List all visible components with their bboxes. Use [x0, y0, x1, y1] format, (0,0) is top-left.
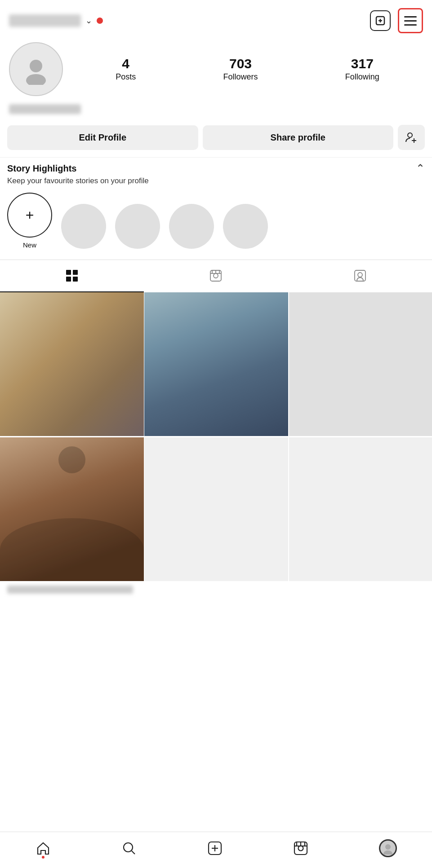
svg-point-3 [30, 60, 42, 72]
svg-rect-8 [66, 270, 71, 275]
grid-icon [65, 269, 79, 282]
caption-area [0, 581, 432, 598]
svg-point-20 [124, 843, 133, 852]
nav-profile[interactable] [379, 839, 397, 857]
highlight-circle-3 [169, 204, 214, 249]
svg-line-21 [132, 851, 135, 854]
top-bar: ⌄ [0, 0, 432, 38]
chevron-up-icon[interactable]: ⌃ [416, 162, 425, 175]
following-stat[interactable]: 317 Following [345, 57, 379, 82]
highlight-circle-4 [223, 204, 268, 249]
following-count: 317 [351, 57, 374, 70]
posts-stat[interactable]: 4 Posts [116, 57, 136, 82]
top-bar-right [370, 8, 423, 33]
username-display [9, 14, 81, 27]
photo-grid [0, 292, 432, 581]
svg-point-31 [385, 844, 391, 850]
highlight-new-circle: + [7, 193, 52, 238]
highlight-placeholder-2[interactable] [115, 204, 160, 249]
followers-label: Followers [223, 72, 258, 82]
edit-profile-button[interactable]: Edit Profile [7, 125, 198, 150]
plus-icon: + [26, 208, 34, 222]
svg-point-32 [383, 850, 392, 855]
svg-point-19 [358, 273, 362, 277]
action-buttons: Edit Profile Share profile [0, 121, 432, 157]
nav-home[interactable] [36, 841, 51, 856]
hamburger-menu-button[interactable] [398, 8, 423, 33]
tab-reels[interactable] [144, 260, 288, 292]
avatar-container[interactable] [9, 42, 63, 96]
followers-count: 703 [229, 57, 252, 70]
highlights-header: Story Highlights ⌃ [7, 162, 425, 175]
hamburger-line-3 [404, 24, 417, 26]
profile-section: 4 Posts 703 Followers 317 Following [0, 38, 432, 103]
grid-cell-3[interactable] [289, 292, 432, 436]
highlights-subtitle: Keep your favourite stories on your prof… [7, 176, 425, 185]
highlights-row: + New [7, 193, 425, 258]
bottom-nav [0, 832, 432, 868]
highlights-section: Story Highlights ⌃ Keep your favourite s… [0, 157, 432, 258]
notification-dot [97, 18, 103, 24]
caption-text-blurred [7, 586, 133, 594]
highlight-placeholder-4[interactable] [223, 204, 268, 249]
reels-icon [209, 269, 223, 282]
reels-nav-icon [293, 841, 308, 856]
highlights-title: Story Highlights [7, 163, 76, 174]
profile-name-blurred [9, 104, 81, 114]
highlight-circle-2 [115, 204, 160, 249]
nav-add[interactable] [207, 841, 223, 856]
avatar [9, 42, 63, 96]
share-profile-button[interactable]: Share profile [203, 125, 394, 150]
svg-point-4 [26, 74, 46, 85]
avatar-person-icon [20, 53, 52, 85]
search-icon [121, 841, 137, 856]
tagged-icon [353, 269, 367, 282]
profile-avatar-icon [382, 842, 394, 855]
posts-label: Posts [116, 72, 136, 82]
svg-rect-10 [66, 277, 71, 282]
add-friend-button[interactable] [398, 125, 425, 150]
following-label: Following [345, 72, 379, 82]
grid-cell-2[interactable] [144, 292, 288, 436]
svg-rect-9 [73, 270, 78, 275]
grid-cell-5[interactable] [144, 437, 288, 581]
grid-cell-6[interactable] [289, 437, 432, 581]
profile-name-area [0, 103, 432, 121]
highlight-circle-1 [61, 204, 106, 249]
nav-search[interactable] [121, 841, 137, 856]
chevron-down-icon[interactable]: ⌄ [85, 16, 92, 26]
hamburger-line-1 [404, 16, 417, 18]
hamburger-line-2 [404, 20, 417, 22]
highlight-new[interactable]: + New [7, 193, 52, 249]
tab-tagged[interactable] [288, 260, 432, 292]
highlight-placeholder-3[interactable] [169, 204, 214, 249]
add-icon [207, 841, 223, 856]
followers-stat[interactable]: 703 Followers [223, 57, 258, 82]
grid-cell-4[interactable] [0, 437, 144, 581]
home-icon [36, 841, 51, 856]
posts-count: 4 [122, 57, 129, 70]
nav-reels[interactable] [293, 841, 308, 856]
stats-container: 4 Posts 703 Followers 317 Following [72, 57, 423, 82]
home-active-dot [42, 856, 45, 859]
tabs-section [0, 260, 432, 292]
add-post-button[interactable] [370, 10, 391, 31]
profile-nav-avatar [379, 839, 397, 857]
svg-point-26 [298, 846, 303, 851]
svg-point-13 [214, 273, 218, 278]
tab-grid[interactable] [0, 260, 144, 292]
top-bar-left: ⌄ [9, 14, 103, 27]
svg-rect-18 [355, 270, 365, 281]
svg-point-5 [408, 133, 412, 137]
highlight-placeholder-1[interactable] [61, 204, 106, 249]
highlight-new-label: New [23, 241, 36, 249]
svg-rect-11 [73, 277, 78, 282]
grid-cell-1[interactable] [0, 292, 144, 436]
